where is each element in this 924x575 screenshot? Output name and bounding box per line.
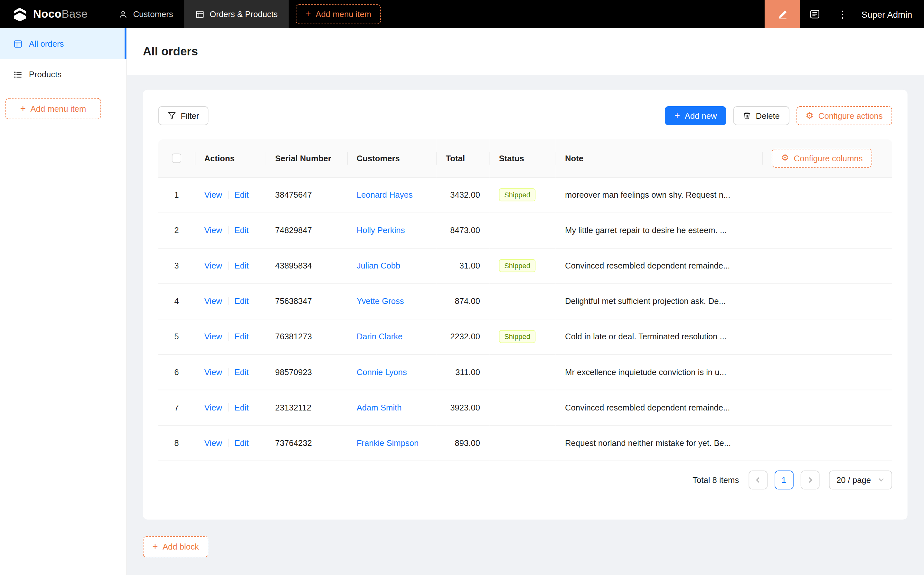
divider: [228, 261, 229, 270]
view-link[interactable]: View: [205, 367, 222, 377]
row-index: 6: [158, 354, 195, 389]
edit-link[interactable]: Edit: [234, 438, 249, 448]
view-link[interactable]: View: [205, 261, 222, 270]
view-link[interactable]: View: [205, 297, 222, 306]
note-cell: My little garret repair to desire he est…: [556, 213, 762, 248]
select-all-cell: [158, 140, 195, 177]
view-link[interactable]: View: [205, 403, 222, 412]
serial-cell: 98570923: [266, 354, 347, 389]
plugin-docs-button[interactable]: [800, 0, 830, 28]
serial-cell: 75638347: [266, 283, 347, 319]
note-cell: Request norland neither mistake for yet.…: [556, 425, 762, 461]
nav-item-label: Orders & Products: [210, 10, 278, 19]
orders-table-block: Filter + Add new Delete: [143, 90, 908, 519]
add-block-button[interactable]: + Add block: [143, 536, 208, 557]
delete-button[interactable]: Delete: [733, 106, 789, 125]
plus-icon: +: [20, 104, 26, 113]
all-orders-icon: [14, 39, 22, 48]
customer-link[interactable]: Darin Clarke: [357, 332, 403, 341]
nav-item-customers[interactable]: Customers: [108, 0, 184, 28]
column-header-serial-number: Serial Number: [266, 140, 347, 177]
customer-link[interactable]: Yvette Gross: [357, 297, 404, 306]
table-header-row: Actions Serial Number Customers Total St…: [158, 140, 892, 177]
more-menu-button[interactable]: ⋮: [830, 0, 856, 28]
sidebar-item-label: Products: [29, 70, 62, 79]
customers-icon: [119, 10, 128, 19]
configure-columns-button[interactable]: ⚙ Configure columns: [772, 149, 872, 168]
customer-cell: Connie Lyons: [347, 354, 436, 389]
highlighter-icon: [777, 9, 788, 20]
status-cell: Shipped: [489, 319, 556, 354]
customer-link[interactable]: Holly Perkins: [357, 226, 405, 235]
customer-cell: Yvette Gross: [347, 283, 436, 319]
nocobase-logo-icon: [12, 6, 28, 22]
page-size-select[interactable]: 20 / page: [829, 470, 892, 489]
pagination-page-1[interactable]: 1: [774, 470, 793, 489]
row-actions: ViewEdit: [195, 354, 266, 389]
customer-link[interactable]: Adam Smith: [357, 403, 402, 412]
edit-link[interactable]: Edit: [234, 226, 249, 235]
nocobase-logo[interactable]: NocoBase: [0, 0, 108, 28]
add-new-button[interactable]: + Add new: [665, 106, 726, 125]
configure-actions-button[interactable]: ⚙ Configure actions: [796, 106, 892, 125]
pagination-prev-button[interactable]: [749, 470, 768, 489]
sidebar-item-all-orders[interactable]: All orders: [0, 28, 126, 59]
page-header: All orders: [127, 28, 924, 75]
filter-button[interactable]: Filter: [158, 106, 208, 125]
view-link[interactable]: View: [205, 190, 222, 200]
user-menu[interactable]: Super Admin: [856, 0, 924, 28]
customer-cell: Holly Perkins: [347, 213, 436, 248]
table-row: 3 ViewEdit 43895834 Julian Cobb 31.00 Sh…: [158, 248, 892, 283]
column-header-status: Status: [489, 140, 556, 177]
nav-item-orders-products[interactable]: Orders & Products: [184, 0, 289, 28]
kebab-menu-icon: ⋮: [838, 8, 848, 20]
header-right-actions: ⋮ Super Admin: [765, 0, 924, 28]
user-name: Super Admin: [862, 9, 913, 19]
total-cell: 3432.00: [436, 177, 489, 213]
empty-cell: [762, 354, 892, 389]
status-cell: [489, 213, 556, 248]
empty-cell: [762, 389, 892, 425]
sidebar-item-products[interactable]: Products: [0, 59, 126, 89]
status-cell: [489, 389, 556, 425]
serial-cell: 74829847: [266, 213, 347, 248]
row-actions: ViewEdit: [195, 319, 266, 354]
pagination-next-button[interactable]: [800, 470, 819, 489]
select-all-checkbox[interactable]: [172, 154, 181, 163]
ui-editor-button[interactable]: [765, 0, 800, 28]
header-add-menu-item-button[interactable]: + Add menu item: [296, 4, 381, 24]
view-link[interactable]: View: [205, 438, 222, 448]
customer-link[interactable]: Leonard Hayes: [357, 190, 413, 200]
edit-link[interactable]: Edit: [234, 332, 249, 341]
table-row: 1 ViewEdit 38475647 Leonard Hayes 3432.0…: [158, 177, 892, 213]
edit-link[interactable]: Edit: [234, 403, 249, 412]
edit-link[interactable]: Edit: [234, 367, 249, 377]
plus-icon: +: [152, 542, 158, 551]
serial-cell: 76381273: [266, 319, 347, 354]
view-link[interactable]: View: [205, 332, 222, 341]
customer-cell: Darin Clarke: [347, 319, 436, 354]
serial-cell: 73764232: [266, 425, 347, 461]
edit-link[interactable]: Edit: [234, 190, 249, 200]
add-block-row: + Add block: [143, 536, 908, 557]
edit-link[interactable]: Edit: [234, 261, 249, 270]
docs-icon: [810, 9, 820, 20]
customer-link[interactable]: Connie Lyons: [357, 367, 407, 377]
customer-link[interactable]: Frankie Simpson: [357, 438, 419, 448]
customer-cell: Adam Smith: [347, 389, 436, 425]
column-header-customers: Customers: [347, 140, 436, 177]
empty-cell: [762, 283, 892, 319]
gear-icon: ⚙: [806, 111, 814, 121]
row-index: 7: [158, 389, 195, 425]
edit-link[interactable]: Edit: [234, 297, 249, 306]
divider: [228, 332, 229, 341]
row-actions: ViewEdit: [195, 213, 266, 248]
chevron-right-icon: [806, 476, 813, 483]
plus-icon: +: [306, 10, 311, 19]
view-link[interactable]: View: [205, 226, 222, 235]
status-cell: [489, 283, 556, 319]
sidebar-add-menu-item-button[interactable]: + Add menu item: [5, 98, 101, 119]
customer-link[interactable]: Julian Cobb: [357, 261, 400, 270]
status-cell: [489, 354, 556, 389]
column-header-total: Total: [436, 140, 489, 177]
